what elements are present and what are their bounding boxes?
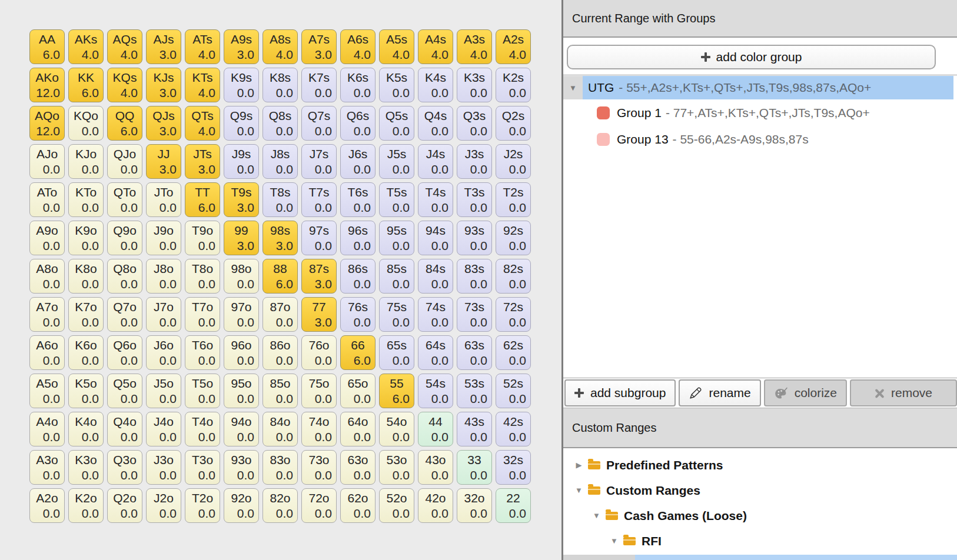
- hand-cell-93o[interactable]: 93o0.0: [224, 450, 259, 485]
- hand-cell-73s[interactable]: 73s0.0: [457, 297, 492, 332]
- hand-cell-A5s[interactable]: A5s4.0: [379, 29, 414, 64]
- tree-item-selected-partial[interactable]: [563, 555, 957, 560]
- hand-cell-75o[interactable]: 75o0.0: [301, 374, 337, 408]
- hand-cell-T4s[interactable]: T4s0.0: [418, 182, 453, 217]
- hand-cell-Q6s[interactable]: Q6s0.0: [340, 106, 376, 141]
- hand-cell-85o[interactable]: 85o0.0: [262, 374, 298, 408]
- hand-cell-K5s[interactable]: K5s0.0: [379, 68, 414, 102]
- hand-cell-AKo[interactable]: AKo12.0: [29, 68, 65, 102]
- tree-item-custom-ranges[interactable]: ▼Custom Ranges: [563, 478, 957, 503]
- hand-cell-72o[interactable]: 72o0.0: [301, 488, 337, 523]
- hand-cell-43s[interactable]: 43s0.0: [457, 412, 492, 446]
- hand-cell-A6s[interactable]: A6s4.0: [340, 29, 376, 64]
- hand-cell-Q4s[interactable]: Q4s0.0: [418, 106, 453, 141]
- hand-cell-K3o[interactable]: K3o0.0: [68, 450, 104, 485]
- hand-cell-T6o[interactable]: T6o0.0: [185, 335, 220, 370]
- hand-cell-J6o[interactable]: J6o0.0: [146, 335, 181, 370]
- hand-cell-A4o[interactable]: A4o0.0: [29, 412, 65, 446]
- hand-cell-83s[interactable]: 83s0.0: [457, 259, 492, 294]
- hand-cell-87s[interactable]: 87s3.0: [301, 259, 337, 294]
- hand-cell-K4s[interactable]: K4s0.0: [418, 68, 453, 102]
- hand-cell-44[interactable]: 440.0: [418, 412, 453, 446]
- hand-cell-94s[interactable]: 94s0.0: [418, 221, 453, 255]
- hand-cell-86s[interactable]: 86s0.0: [340, 259, 376, 294]
- hand-cell-KK[interactable]: KK6.0: [68, 68, 104, 102]
- hand-cell-K4o[interactable]: K4o0.0: [68, 412, 104, 446]
- hand-cell-22[interactable]: 220.0: [496, 488, 531, 523]
- hand-cell-64o[interactable]: 64o0.0: [340, 412, 376, 446]
- hand-cell-T4o[interactable]: T4o0.0: [185, 412, 220, 446]
- hand-cell-A9s[interactable]: A9s3.0: [224, 29, 259, 64]
- hand-cell-K2s[interactable]: K2s0.0: [496, 68, 531, 102]
- chevron-down-icon[interactable]: ▼: [574, 486, 584, 495]
- hand-cell-63o[interactable]: 63o0.0: [340, 450, 376, 485]
- hand-cell-A5o[interactable]: A5o0.0: [29, 374, 65, 408]
- hand-cell-A6o[interactable]: A6o0.0: [29, 335, 65, 370]
- hand-cell-AA[interactable]: AA6.0: [29, 29, 65, 64]
- hand-cell-J3s[interactable]: J3s0.0: [457, 144, 492, 179]
- hand-cell-K6o[interactable]: K6o0.0: [68, 335, 104, 370]
- hand-cell-JTo[interactable]: JTo0.0: [146, 182, 181, 217]
- hand-cell-K9s[interactable]: K9s0.0: [224, 68, 259, 102]
- hand-cell-82o[interactable]: 82o0.0: [262, 488, 298, 523]
- hand-cell-Q3s[interactable]: Q3s0.0: [457, 106, 492, 141]
- hand-cell-T2s[interactable]: T2s0.0: [496, 182, 531, 217]
- hand-cell-98s[interactable]: 98s3.0: [262, 221, 298, 255]
- hand-cell-83o[interactable]: 83o0.0: [262, 450, 298, 485]
- hand-cell-53o[interactable]: 53o0.0: [379, 450, 414, 485]
- hand-cell-J3o[interactable]: J3o0.0: [146, 450, 181, 485]
- hand-cell-97o[interactable]: 97o0.0: [224, 297, 259, 332]
- hand-cell-98o[interactable]: 98o0.0: [224, 259, 259, 294]
- hand-cell-A3s[interactable]: A3s4.0: [457, 29, 492, 64]
- hand-cell-65s[interactable]: 65s0.0: [379, 335, 414, 370]
- hand-cell-Q2s[interactable]: Q2s0.0: [496, 106, 531, 141]
- colorize-button[interactable]: colorize: [764, 379, 847, 406]
- tree-item-cash-games-loose-[interactable]: ▼Cash Games (Loose): [563, 503, 957, 528]
- hand-cell-KJo[interactable]: KJo0.0: [68, 144, 104, 179]
- hand-cell-96s[interactable]: 96s0.0: [340, 221, 376, 255]
- hand-cell-97s[interactable]: 97s0.0: [301, 221, 337, 255]
- hand-cell-T7s[interactable]: T7s0.0: [301, 182, 337, 217]
- hand-cell-52s[interactable]: 52s0.0: [496, 374, 531, 408]
- hand-cell-Q7o[interactable]: Q7o0.0: [107, 297, 142, 332]
- hand-cell-62s[interactable]: 62s0.0: [496, 335, 531, 370]
- hand-cell-JTs[interactable]: JTs3.0: [185, 144, 220, 179]
- hand-cell-T8s[interactable]: T8s0.0: [262, 182, 298, 217]
- hand-cell-J7o[interactable]: J7o0.0: [146, 297, 181, 332]
- hand-cell-42s[interactable]: 42s0.0: [496, 412, 531, 446]
- hand-cell-85s[interactable]: 85s0.0: [379, 259, 414, 294]
- hand-cell-QQ[interactable]: QQ6.0: [107, 106, 142, 141]
- hand-cell-AQo[interactable]: AQo12.0: [29, 106, 65, 141]
- hand-cell-Q5o[interactable]: Q5o0.0: [107, 374, 142, 408]
- hand-cell-52o[interactable]: 52o0.0: [379, 488, 414, 523]
- hand-cell-A9o[interactable]: A9o0.0: [29, 221, 65, 255]
- hand-cell-Q8o[interactable]: Q8o0.0: [107, 259, 142, 294]
- tree-item-predefined-patterns[interactable]: ▶Predefined Patterns: [563, 452, 957, 478]
- hand-cell-T3s[interactable]: T3s0.0: [457, 182, 492, 217]
- hand-cell-QTo[interactable]: QTo0.0: [107, 182, 142, 217]
- hand-cell-Q5s[interactable]: Q5s0.0: [379, 106, 414, 141]
- hand-cell-J8o[interactable]: J8o0.0: [146, 259, 181, 294]
- hand-cell-88[interactable]: 886.0: [262, 259, 298, 294]
- hand-cell-63s[interactable]: 63s0.0: [457, 335, 492, 370]
- hand-cell-A7o[interactable]: A7o0.0: [29, 297, 65, 332]
- hand-cell-J6s[interactable]: J6s0.0: [340, 144, 376, 179]
- hand-cell-92o[interactable]: 92o0.0: [224, 488, 259, 523]
- hand-cell-33[interactable]: 330.0: [457, 450, 492, 485]
- hand-cell-42o[interactable]: 42o0.0: [418, 488, 453, 523]
- hand-cell-Q7s[interactable]: Q7s0.0: [301, 106, 337, 141]
- hand-cell-A7s[interactable]: A7s3.0: [301, 29, 337, 64]
- hand-cell-55[interactable]: 556.0: [379, 374, 414, 408]
- hand-cell-95o[interactable]: 95o0.0: [224, 374, 259, 408]
- hand-cell-95s[interactable]: 95s0.0: [379, 221, 414, 255]
- hand-cell-KTs[interactable]: KTs4.0: [185, 68, 220, 102]
- hand-cell-J5o[interactable]: J5o0.0: [146, 374, 181, 408]
- hand-cell-Q6o[interactable]: Q6o0.0: [107, 335, 142, 370]
- hand-cell-T5o[interactable]: T5o0.0: [185, 374, 220, 408]
- hand-cell-T8o[interactable]: T8o0.0: [185, 259, 220, 294]
- hand-cell-QJs[interactable]: QJs3.0: [146, 106, 181, 141]
- hand-cell-82s[interactable]: 82s0.0: [496, 259, 531, 294]
- hand-cell-73o[interactable]: 73o0.0: [301, 450, 337, 485]
- hand-cell-T9o[interactable]: T9o0.0: [185, 221, 220, 255]
- hand-cell-AKs[interactable]: AKs4.0: [68, 29, 104, 64]
